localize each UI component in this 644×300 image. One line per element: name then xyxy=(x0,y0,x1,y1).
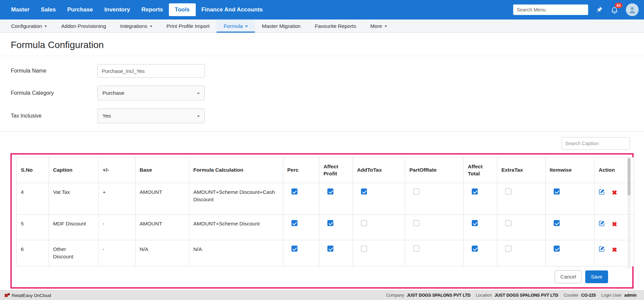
partofrate-checkbox[interactable] xyxy=(413,220,419,226)
formula-name-input[interactable] xyxy=(97,64,205,78)
notifications-bell-icon[interactable]: 63 xyxy=(610,6,618,14)
extratax-checkbox[interactable] xyxy=(505,246,511,252)
subnav-more[interactable]: More xyxy=(363,19,394,33)
formula-cell: AMOUNT+Scheme Discount xyxy=(189,215,283,240)
login-user-value: admin xyxy=(624,293,637,298)
col-header-affect-total: Affect Total xyxy=(464,158,497,183)
subnav-print-profile-import[interactable]: Print Profile Import xyxy=(159,19,217,33)
table-header-row: S.No Caption +/- Base Formula Calculatio… xyxy=(17,158,634,183)
perc-checkbox[interactable] xyxy=(291,220,297,226)
footer-session-info: Company JUST DOGS SPALONS PVT LTD Locati… xyxy=(386,293,639,298)
formula-category-label: Formula Category xyxy=(11,90,97,96)
formula-category-value: Purchase xyxy=(102,90,124,96)
counter-value: CO-225 xyxy=(581,293,596,298)
chevron-down-icon xyxy=(44,26,47,27)
notification-count-badge: 63 xyxy=(615,3,623,8)
col-header-sign: +/- xyxy=(98,158,135,183)
sno-cell: 6 xyxy=(17,240,49,266)
menu-item-master[interactable]: Master xyxy=(5,3,35,16)
table-row: 4 Vat Tax + AMOUNT AMOUNT+Scheme Discoun… xyxy=(17,183,634,215)
tax-inclusive-value: Yes xyxy=(102,113,111,119)
edit-row-icon[interactable] xyxy=(599,220,605,228)
extratax-checkbox[interactable] xyxy=(505,188,511,195)
subnav-formula[interactable]: Formula xyxy=(217,19,255,33)
delete-row-icon[interactable]: ✖ xyxy=(612,189,617,196)
subnav-master-migration[interactable]: Master Migration xyxy=(255,19,308,33)
sno-cell: 5 xyxy=(17,215,49,240)
brand-logo-icon xyxy=(5,293,10,298)
cancel-button[interactable]: Cancel xyxy=(555,270,582,283)
col-header-caption: Caption xyxy=(49,158,98,183)
affect-total-checkbox[interactable] xyxy=(472,220,478,226)
addtotax-checkbox[interactable] xyxy=(361,246,367,252)
caption-cell: MDF Discount xyxy=(49,215,98,240)
tax-inclusive-select[interactable]: Yes xyxy=(97,109,205,123)
partofrate-checkbox[interactable] xyxy=(413,188,419,195)
edit-row-icon[interactable] xyxy=(599,188,605,197)
search-caption-box xyxy=(561,137,630,150)
search-caption-input[interactable] xyxy=(565,141,628,146)
chevron-down-icon xyxy=(197,93,200,94)
delete-row-icon[interactable]: ✖ xyxy=(612,247,617,253)
subnav-integrations[interactable]: Integrations xyxy=(113,19,159,33)
formula-name-label: Formula Name xyxy=(11,68,97,74)
sno-cell: 4 xyxy=(17,183,49,215)
subnav-addon-provisioning[interactable]: Addon Provisioning xyxy=(54,19,113,33)
base-cell: N/A xyxy=(135,240,189,266)
counter-label: Counter xyxy=(563,293,578,298)
itemwise-checkbox[interactable] xyxy=(554,220,560,226)
sign-cell: - xyxy=(98,240,135,266)
col-header-sno: S.No xyxy=(17,158,49,183)
menu-item-finance-and-accounts[interactable]: Finance And Accounts xyxy=(196,3,269,16)
col-header-itemwise: Itemwise xyxy=(546,158,595,183)
save-button[interactable]: Save xyxy=(585,270,608,283)
perc-checkbox[interactable] xyxy=(291,188,297,195)
menu-item-tools[interactable]: Tools xyxy=(169,3,196,16)
partofrate-checkbox[interactable] xyxy=(413,246,419,252)
subnav-configuration[interactable]: Configuration xyxy=(4,19,54,33)
company-label: Company xyxy=(386,293,404,298)
chevron-down-icon xyxy=(384,26,387,27)
top-bar: Master Sales Purchase Inventory Reports … xyxy=(0,0,644,19)
scrollbar-thumb[interactable] xyxy=(628,158,631,196)
status-bar: RetailEasy OnCloud Company JUST DOGS SPA… xyxy=(0,290,644,300)
addtotax-checkbox[interactable] xyxy=(361,220,367,226)
formula-category-select[interactable]: Purchase xyxy=(97,86,205,100)
page-header: Formula Configuration xyxy=(0,33,644,56)
perc-checkbox[interactable] xyxy=(291,246,297,252)
formula-cell: AMOUNT+Scheme Discount+Cash Discount xyxy=(189,183,283,215)
chevron-down-icon xyxy=(245,26,248,27)
edit-row-icon[interactable] xyxy=(599,246,605,254)
menu-item-reports[interactable]: Reports xyxy=(136,3,169,16)
affect-profit-checkbox[interactable] xyxy=(327,188,333,195)
pushpin-icon[interactable] xyxy=(596,6,603,13)
form-row-tax-inclusive: Tax Inclusive Yes xyxy=(11,109,639,123)
base-cell: AMOUNT xyxy=(135,183,189,215)
table-scrollbar[interactable] xyxy=(628,158,631,269)
affect-total-checkbox[interactable] xyxy=(472,246,478,252)
subnav-favourite-reports[interactable]: Favourite Reports xyxy=(308,19,363,33)
affect-profit-checkbox[interactable] xyxy=(327,246,333,252)
col-header-base: Base xyxy=(135,158,189,183)
location-value: JUST DOGS SPALONS PVT LTD xyxy=(495,293,558,298)
base-cell: AMOUNT xyxy=(135,215,189,240)
user-avatar[interactable] xyxy=(626,3,639,16)
menu-item-inventory[interactable]: Inventory xyxy=(99,3,136,16)
itemwise-checkbox[interactable] xyxy=(554,188,560,195)
company-value: JUST DOGS SPALONS PVT LTD xyxy=(407,293,471,298)
extratax-checkbox[interactable] xyxy=(505,220,511,226)
menu-item-sales[interactable]: Sales xyxy=(35,3,61,16)
main-content: Formula Configuration Formula Name Formu… xyxy=(0,33,644,289)
formula-form: Formula Name Formula Category Purchase T… xyxy=(5,56,639,123)
addtotax-checkbox[interactable] xyxy=(361,188,367,195)
menu-item-purchase[interactable]: Purchase xyxy=(61,3,99,16)
affect-total-checkbox[interactable] xyxy=(472,188,478,195)
search-menu-input[interactable] xyxy=(513,4,588,15)
location-label: Location xyxy=(476,293,492,298)
col-header-addtotax: AddToTax xyxy=(353,158,405,183)
delete-row-icon[interactable]: ✖ xyxy=(612,221,617,227)
caption-cell: Other Discount xyxy=(49,240,98,266)
itemwise-checkbox[interactable] xyxy=(554,246,560,252)
affect-profit-checkbox[interactable] xyxy=(327,220,333,226)
formula-rows-table: S.No Caption +/- Base Formula Calculatio… xyxy=(16,157,634,266)
